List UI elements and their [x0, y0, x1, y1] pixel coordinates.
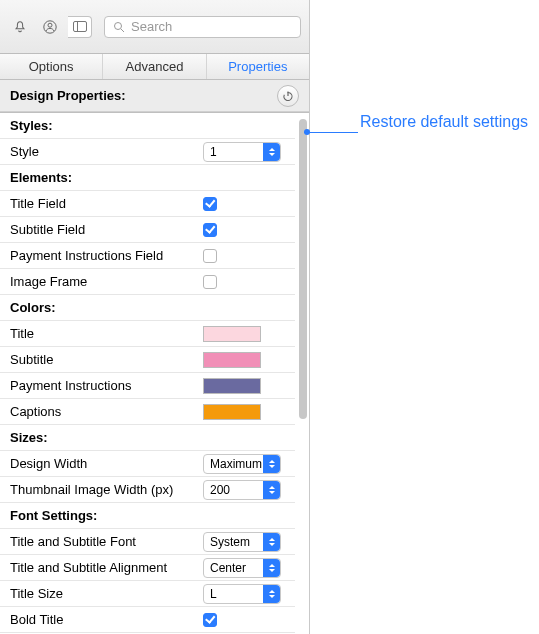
tab-options[interactable]: Options [0, 54, 103, 79]
callout-line [304, 132, 358, 133]
group-colors: Colors: [0, 295, 295, 321]
design-width-select[interactable]: Maximum [203, 454, 281, 474]
power-icon [282, 90, 294, 102]
thumbnail-width-select[interactable]: 200 [203, 480, 281, 500]
bold-title-checkbox[interactable] [203, 613, 217, 627]
row-title-size: Title Size L [0, 581, 295, 607]
sidebar-toggle[interactable] [68, 16, 92, 38]
row-payment-instructions-field: Payment Instructions Field [0, 243, 295, 269]
properties-content: Styles: Style 1 Elements: Title Field Su… [0, 112, 309, 634]
section-header: Design Properties: [0, 80, 309, 112]
title-color-swatch[interactable] [203, 326, 261, 342]
search-placeholder: Search [131, 19, 172, 34]
callout-label: Restore default settings [360, 113, 528, 131]
subtitle-field-checkbox[interactable] [203, 223, 217, 237]
svg-line-5 [121, 29, 124, 32]
user-icon[interactable] [38, 16, 62, 38]
row-style: Style 1 [0, 139, 295, 165]
svg-point-1 [48, 23, 52, 27]
row-alignment: Title and Subtitle Alignment Center [0, 555, 295, 581]
group-sizes: Sizes: [0, 425, 295, 451]
captions-color-swatch[interactable] [203, 404, 261, 420]
search-input[interactable]: Search [104, 16, 301, 38]
group-elements: Elements: [0, 165, 295, 191]
restore-defaults-button[interactable] [277, 85, 299, 107]
row-font: Title and Subtitle Font System [0, 529, 295, 555]
svg-point-4 [115, 22, 122, 29]
row-pi-color: Payment Instructions [0, 373, 295, 399]
search-icon [113, 21, 125, 33]
payment-instructions-checkbox[interactable] [203, 249, 217, 263]
row-subtitle-color: Subtitle [0, 347, 295, 373]
row-thumb-width: Thumbnail Image Width (px) 200 [0, 477, 295, 503]
scrollbar[interactable] [299, 119, 307, 628]
tab-properties[interactable]: Properties [207, 54, 309, 79]
panel-left-icon[interactable] [68, 16, 92, 38]
image-frame-checkbox[interactable] [203, 275, 217, 289]
title-size-select[interactable]: L [203, 584, 281, 604]
title-field-checkbox[interactable] [203, 197, 217, 211]
group-fonts: Font Settings: [0, 503, 295, 529]
row-subtitle-field: Subtitle Field [0, 217, 295, 243]
tab-advanced[interactable]: Advanced [103, 54, 206, 79]
section-title: Design Properties: [10, 88, 126, 103]
font-select[interactable]: System [203, 532, 281, 552]
row-title-field: Title Field [0, 191, 295, 217]
subtitle-color-swatch[interactable] [203, 352, 261, 368]
toolbar: Search [0, 0, 309, 54]
alignment-select[interactable]: Center [203, 558, 281, 578]
bell-icon[interactable] [8, 16, 32, 38]
payment-instructions-color-swatch[interactable] [203, 378, 261, 394]
svg-rect-2 [73, 22, 86, 32]
row-captions-color: Captions [0, 399, 295, 425]
row-design-width: Design Width Maximum [0, 451, 295, 477]
row-title-color: Title [0, 321, 295, 347]
row-image-frame: Image Frame [0, 269, 295, 295]
group-styles: Styles: [0, 113, 295, 139]
inspector-panel: Search Options Advanced Properties Desig… [0, 0, 310, 634]
style-select[interactable]: 1 [203, 142, 281, 162]
tab-bar: Options Advanced Properties [0, 54, 309, 80]
row-bold-title: Bold Title [0, 607, 295, 633]
